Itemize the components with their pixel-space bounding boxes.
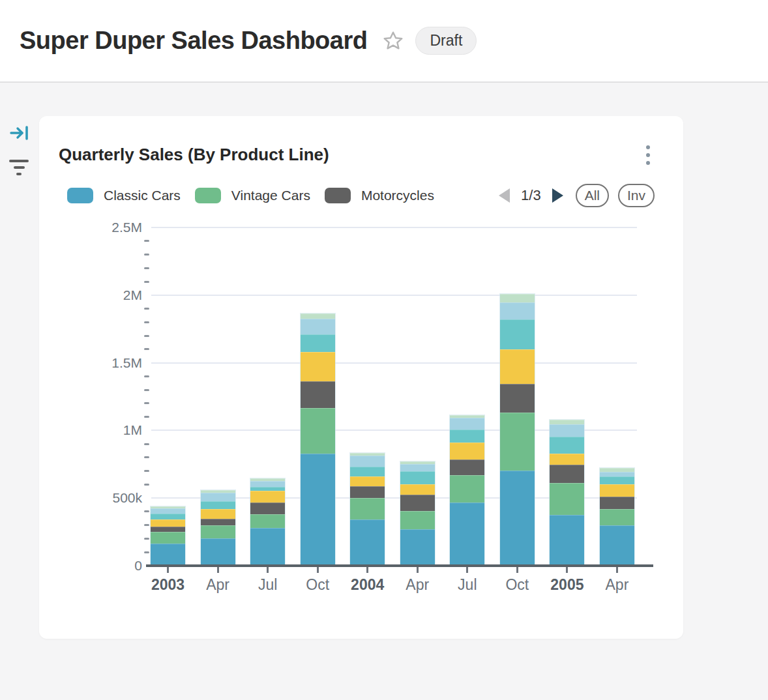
- y-axis-label: 1M: [81, 422, 142, 438]
- bar-segment-trucks-and-buses[interactable]: [151, 508, 185, 514]
- bar-segment-vintage-cars[interactable]: [201, 525, 235, 538]
- bar-segment-motorcycles[interactable]: [250, 503, 285, 514]
- bar-segment-vintage-cars[interactable]: [151, 532, 185, 544]
- y-axis-label: 0: [81, 558, 142, 574]
- bar-segment-trucks-and-buses[interactable]: [400, 464, 435, 471]
- bar-segment-planes[interactable]: [350, 476, 385, 486]
- bar-2005-8[interactable]: [550, 420, 584, 566]
- bar-segment-motorcycles[interactable]: [151, 527, 185, 532]
- bar-segment-trucks-and-buses[interactable]: [350, 456, 385, 467]
- bar-segment-planes[interactable]: [301, 352, 335, 381]
- bar-segment-motorcycles[interactable]: [350, 486, 385, 498]
- bar-segment-trains[interactable]: [500, 294, 535, 302]
- legend-item-classic-cars[interactable]: Classic Cars: [67, 188, 181, 203]
- y-axis-label: 1.5M: [81, 355, 142, 371]
- legend-next-button[interactable]: [552, 188, 563, 203]
- bar-segment-trucks-and-buses[interactable]: [201, 493, 235, 501]
- bar-segment-trucks-and-buses[interactable]: [301, 319, 335, 334]
- bar-segment-classic-cars[interactable]: [450, 503, 484, 566]
- bar-segment-planes[interactable]: [450, 443, 484, 459]
- bar-segment-planes[interactable]: [550, 454, 584, 465]
- chart-card: Quarterly Sales (By Product Line) Classi…: [39, 116, 683, 639]
- bar-segment-motorcycles[interactable]: [400, 495, 435, 511]
- filter-button[interactable]: [8, 156, 30, 179]
- card-menu-button[interactable]: [640, 143, 656, 167]
- arrow-to-bar-icon: [9, 123, 30, 143]
- bar-segment-ships[interactable]: [600, 476, 634, 484]
- all-button[interactable]: All: [576, 184, 609, 207]
- bar-segment-trucks-and-buses[interactable]: [600, 472, 634, 476]
- bar-segment-ships[interactable]: [500, 319, 535, 349]
- bar-segment-motorcycles[interactable]: [550, 465, 584, 483]
- bar-segment-ships[interactable]: [450, 430, 484, 443]
- bar-segment-classic-cars[interactable]: [600, 525, 634, 566]
- bar-segment-trains[interactable]: [550, 420, 584, 424]
- bar-2003-0[interactable]: [151, 506, 185, 566]
- bar-jul-6[interactable]: [450, 415, 484, 566]
- favorite-star-button[interactable]: [381, 29, 405, 53]
- bar-oct-3[interactable]: [301, 314, 335, 566]
- bar-segment-motorcycles[interactable]: [201, 519, 235, 525]
- bar-apr-5[interactable]: [400, 461, 435, 566]
- legend-swatch-icon: [67, 188, 93, 203]
- bar-segment-ships[interactable]: [301, 334, 335, 352]
- bar-segment-classic-cars[interactable]: [550, 515, 584, 566]
- bar-2004-4[interactable]: [350, 453, 385, 566]
- y-axis-label: 500k: [81, 490, 142, 506]
- bar-segment-trucks-and-buses[interactable]: [250, 481, 285, 487]
- bar-oct-7[interactable]: [500, 294, 535, 566]
- bar-segment-classic-cars[interactable]: [250, 528, 285, 566]
- bar-segment-ships[interactable]: [201, 501, 235, 509]
- bar-segment-classic-cars[interactable]: [500, 471, 535, 566]
- app-header: Super Duper Sales Dashboard Draft: [0, 0, 768, 83]
- bar-segment-motorcycles[interactable]: [500, 384, 535, 413]
- bar-apr-1[interactable]: [201, 490, 235, 566]
- x-axis-line: [146, 564, 653, 567]
- legend-prev-button[interactable]: [499, 188, 510, 203]
- bar-apr-9[interactable]: [600, 468, 634, 566]
- bar-segment-vintage-cars[interactable]: [450, 475, 484, 503]
- bar-segment-vintage-cars[interactable]: [400, 511, 435, 529]
- bar-segment-planes[interactable]: [400, 484, 435, 495]
- star-icon: [382, 30, 404, 52]
- inv-button[interactable]: Inv: [618, 184, 655, 207]
- bar-segment-planes[interactable]: [250, 491, 285, 502]
- bar-segment-planes[interactable]: [600, 484, 634, 496]
- bar-segment-trucks-and-buses[interactable]: [500, 302, 535, 320]
- bar-segment-vintage-cars[interactable]: [350, 498, 385, 519]
- bar-segment-motorcycles[interactable]: [600, 497, 634, 509]
- legend-item-vintage-cars[interactable]: Vintage Cars: [195, 188, 310, 203]
- bar-segment-planes[interactable]: [201, 509, 235, 519]
- bar-segment-vintage-cars[interactable]: [550, 483, 584, 515]
- bar-segment-vintage-cars[interactable]: [600, 509, 634, 525]
- bar-segment-ships[interactable]: [550, 437, 584, 454]
- bar-segment-classic-cars[interactable]: [400, 529, 435, 566]
- bar-segment-planes[interactable]: [500, 349, 535, 384]
- bar-segment-vintage-cars[interactable]: [250, 514, 285, 528]
- bar-segment-planes[interactable]: [151, 519, 185, 527]
- legend-item-motorcycles[interactable]: Motorcycles: [325, 188, 434, 203]
- x-axis-tick: [366, 567, 368, 573]
- bar-segment-trucks-and-buses[interactable]: [550, 424, 584, 437]
- x-axis-tick: [616, 567, 618, 573]
- bar-segment-vintage-cars[interactable]: [301, 408, 335, 454]
- bar-segment-vintage-cars[interactable]: [500, 413, 535, 471]
- bar-segment-classic-cars[interactable]: [151, 544, 185, 566]
- bar-segment-ships[interactable]: [250, 487, 285, 491]
- y-minor-tick: [144, 281, 149, 283]
- bar-segment-motorcycles[interactable]: [450, 459, 484, 474]
- chart-title: Quarterly Sales (By Product Line): [59, 145, 329, 165]
- collapse-panel-button[interactable]: [9, 123, 30, 145]
- bar-segment-trucks-and-buses[interactable]: [450, 418, 484, 430]
- bar-segment-motorcycles[interactable]: [301, 381, 335, 408]
- bar-segment-classic-cars[interactable]: [350, 519, 385, 566]
- bar-jul-2[interactable]: [250, 478, 285, 566]
- bar-segment-ships[interactable]: [151, 514, 185, 519]
- bar-segment-ships[interactable]: [400, 471, 435, 484]
- bar-segment-trains[interactable]: [301, 314, 335, 319]
- bar-segment-classic-cars[interactable]: [301, 454, 335, 566]
- bar-segment-classic-cars[interactable]: [201, 538, 235, 566]
- legend-page-indicator: 1/3: [521, 187, 541, 204]
- y-minor-tick: [144, 484, 149, 486]
- bar-segment-ships[interactable]: [350, 467, 385, 476]
